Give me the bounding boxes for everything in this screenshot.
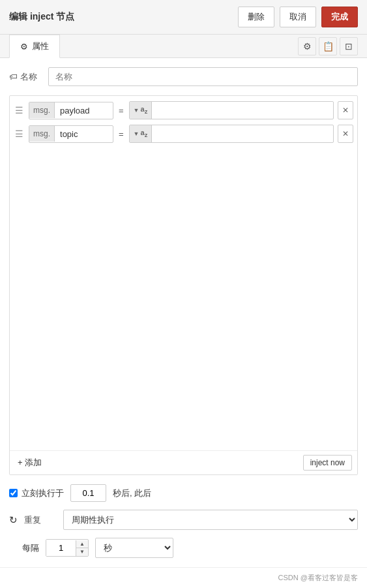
inject-now-button[interactable]: inject now bbox=[303, 455, 352, 471]
immediate-checkbox[interactable] bbox=[9, 489, 18, 497]
delay-input[interactable] bbox=[70, 484, 106, 502]
tab-icons: ⚙ 📋 ⊡ bbox=[298, 37, 358, 55]
interval-up-btn[interactable]: ▲ bbox=[76, 540, 88, 548]
immediate-checkbox-label[interactable]: 立刻执行于 bbox=[9, 487, 64, 499]
interval-unit-select[interactable]: 秒 分钟 小时 bbox=[95, 538, 173, 558]
doc-icon-btn[interactable]: 📋 bbox=[319, 37, 337, 55]
tab-properties-label: 属性 bbox=[32, 40, 49, 52]
prop-value-container-1: ▼ az bbox=[129, 101, 334, 119]
layout-icon-btn[interactable]: ⊡ bbox=[340, 37, 358, 55]
drag-handle-icon[interactable]: ☰ bbox=[14, 105, 25, 116]
interval-stepper-btns: ▲ ▼ bbox=[76, 540, 88, 556]
header: 编辑 inject 节点 删除 取消 完成 bbox=[0, 0, 367, 35]
prop-prefix-2: msg. bbox=[29, 126, 55, 142]
page-container: 编辑 inject 节点 删除 取消 完成 ⚙ 属性 ⚙ 📋 ⊡ 🏷 名称 bbox=[0, 0, 367, 588]
prop-key-container-2: msg. topic bbox=[29, 125, 113, 143]
properties-footer: + 添加 inject now bbox=[10, 450, 357, 474]
page-title: 编辑 inject 节点 bbox=[9, 11, 74, 23]
prop-equals-2: = bbox=[117, 129, 125, 139]
prop-equals-1: = bbox=[117, 106, 125, 116]
interval-label: 每隔 bbox=[22, 542, 39, 554]
delete-button[interactable]: 删除 bbox=[238, 7, 274, 27]
interval-input-group: ▲ ▼ bbox=[46, 539, 89, 557]
options-section: 立刻执行于 秒后, 此后 ↻ 重复 周期性执行 固定间隔 指定时间 不重复 每隔 bbox=[9, 484, 358, 558]
prop-key-2: topic bbox=[55, 126, 83, 142]
content: 🏷 名称 ☰ msg. payload = ▼ bbox=[0, 58, 367, 567]
prop-delete-btn-1[interactable]: ✕ bbox=[338, 101, 353, 119]
repeat-label: 重复 bbox=[24, 514, 57, 526]
cancel-button[interactable]: 取消 bbox=[280, 7, 316, 27]
add-property-button[interactable]: + 添加 bbox=[15, 456, 44, 470]
name-label: 🏷 名称 bbox=[9, 71, 42, 83]
prop-key-1: payload bbox=[55, 102, 95, 119]
gear-icon: ⚙ bbox=[20, 42, 28, 52]
properties-rows: ☰ msg. payload = ▼ az ✕ bbox=[10, 96, 357, 450]
prop-value-type-btn-1[interactable]: ▼ az bbox=[130, 102, 153, 118]
type-label-2: az bbox=[141, 129, 148, 138]
name-row: 🏷 名称 bbox=[9, 67, 358, 86]
type-label-1: az bbox=[141, 105, 148, 115]
repeat-select[interactable]: 周期性执行 固定间隔 指定时间 不重复 bbox=[63, 510, 358, 530]
tab-properties[interactable]: ⚙ 属性 bbox=[9, 35, 60, 58]
tab-bar: ⚙ 属性 ⚙ 📋 ⊡ bbox=[0, 35, 367, 58]
drag-handle-icon[interactable]: ☰ bbox=[14, 129, 25, 139]
done-button[interactable]: 完成 bbox=[321, 7, 358, 27]
table-row: ☰ msg. topic = ▼ az ✕ bbox=[14, 125, 353, 143]
prop-value-input-2 bbox=[152, 131, 333, 137]
prop-value-type-btn-2[interactable]: ▼ az bbox=[130, 125, 153, 142]
interval-down-btn[interactable]: ▼ bbox=[76, 548, 88, 556]
gear-settings-icon-btn[interactable]: ⚙ bbox=[298, 37, 316, 55]
prop-value-input-1 bbox=[152, 107, 333, 114]
immediate-option-row: 立刻执行于 秒后, 此后 bbox=[9, 484, 358, 502]
delay-suffix: 秒后, 此后 bbox=[113, 487, 151, 499]
properties-table: ☰ msg. payload = ▼ az ✕ bbox=[9, 95, 358, 475]
interval-value-input[interactable] bbox=[46, 540, 76, 556]
dropdown-arrow-icon-2: ▼ bbox=[134, 131, 139, 137]
prop-delete-btn-2[interactable]: ✕ bbox=[338, 125, 353, 143]
prop-prefix-1: msg. bbox=[29, 102, 55, 118]
interval-row: 每隔 ▲ ▼ 秒 分钟 小时 bbox=[22, 538, 358, 558]
tag-icon: 🏷 bbox=[9, 72, 18, 82]
prop-value-container-2: ▼ az bbox=[129, 125, 334, 142]
repeat-row: ↻ 重复 周期性执行 固定间隔 指定时间 不重复 bbox=[9, 510, 358, 530]
header-actions: 删除 取消 完成 bbox=[238, 7, 358, 27]
table-row: ☰ msg. payload = ▼ az ✕ bbox=[14, 101, 353, 119]
dropdown-arrow-icon-1: ▼ bbox=[134, 107, 139, 114]
footer: CSDN @看客过客皆是客 bbox=[0, 567, 367, 588]
repeat-icon: ↻ bbox=[9, 514, 18, 526]
prop-key-container-1: msg. payload bbox=[29, 102, 113, 119]
footer-text: CSDN @看客过客皆是客 bbox=[278, 574, 358, 581]
name-input[interactable] bbox=[48, 67, 358, 86]
